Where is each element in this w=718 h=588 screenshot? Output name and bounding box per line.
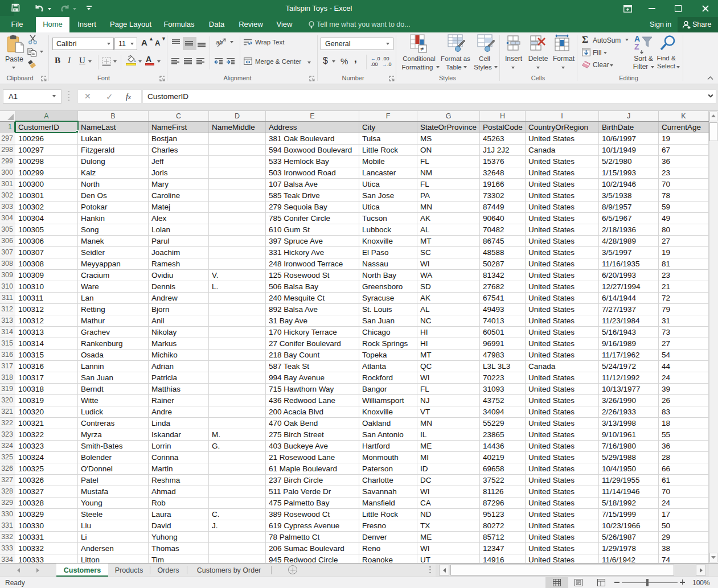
svg-text:≠: ≠: [420, 46, 424, 52]
svg-text:Z: Z: [634, 42, 639, 51]
